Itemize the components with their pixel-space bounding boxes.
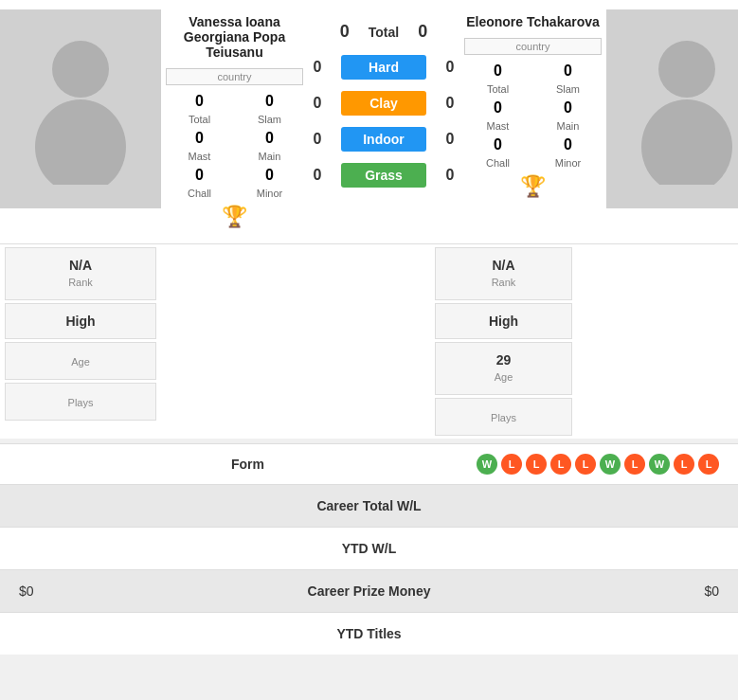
total-label: Total — [369, 25, 399, 40]
career-prize-label: Career Prize Money — [161, 583, 577, 599]
player1-rank-label: Rank — [68, 277, 93, 288]
player2-total-cell: 0 Total — [464, 63, 531, 97]
player2-rank-value: N/A — [441, 258, 567, 273]
player2-mast-cell: 0 Mast — [464, 99, 531, 134]
form-loss-badge: L — [501, 454, 522, 475]
detail-row: N/A Rank High Age Plays N/A Rank — [0, 243, 738, 439]
player1-photo — [0, 9, 161, 208]
player2-rank-label: Rank — [492, 277, 516, 288]
form-loss-badge: L — [575, 454, 596, 475]
player1-detail-boxes: N/A Rank High Age Plays — [0, 244, 161, 439]
career-prize-right: $0 — [577, 583, 719, 599]
middle-detail-spacer — [161, 244, 430, 439]
player1-rank-box: N/A Rank — [5, 247, 156, 300]
player2-trophy-icon: 🏆 — [464, 174, 602, 199]
player2-chall-cell: 0 Chall — [464, 136, 531, 171]
player1-mast-label: Mast — [189, 151, 211, 162]
player2-slam-cell: 0 Slam — [534, 63, 602, 97]
player1-mast-cell: 0 Mast — [166, 130, 233, 164]
svg-point-2 — [658, 41, 715, 98]
player2-total-value: 0 — [464, 63, 531, 80]
svg-point-3 — [641, 99, 732, 185]
player2-minor-label: Minor — [555, 157, 582, 169]
player2-info: Eleonore Tchakarova country 0 Total 0 Sl… — [459, 9, 606, 234]
form-row: Form WLLLLWLWLL — [0, 443, 738, 484]
form-loss-badge: L — [698, 454, 719, 475]
player1-total-cell: 0 Total — [166, 93, 233, 127]
player2-plays-label: Plays — [491, 412, 516, 423]
indoor-score-left: 0 — [308, 131, 327, 148]
hard-badge: Hard — [341, 55, 426, 80]
hard-score-left: 0 — [308, 59, 327, 76]
player1-silhouette — [24, 33, 137, 185]
grass-score-left: 0 — [308, 167, 327, 184]
player2-minor-value: 0 — [534, 136, 602, 153]
player2-high-value: High — [441, 314, 567, 329]
player2-main-cell: 0 Main — [534, 99, 602, 134]
total-score-right: 0 — [418, 22, 427, 42]
player1-chall-value: 0 — [166, 167, 233, 184]
player1-age-label: Age — [71, 356, 90, 368]
player2-mast-value: 0 — [464, 99, 531, 117]
form-win-badge: W — [600, 454, 621, 475]
player2-silhouette — [630, 33, 738, 185]
player1-slam-value: 0 — [236, 93, 303, 110]
ytd-wl-label: YTD W/L — [19, 541, 719, 556]
player1-country: country — [166, 68, 303, 85]
hard-score-right: 0 — [441, 59, 459, 76]
player1-high-value: High — [10, 314, 151, 329]
player2-rank-box: N/A Rank — [435, 247, 572, 300]
player1-name: Vanessa Ioana Georgiana Popa Teiusanu — [166, 14, 303, 60]
grass-score-right: 0 — [441, 167, 459, 184]
ytd-titles-row: YTD Titles — [0, 612, 738, 655]
clay-score-right: 0 — [441, 95, 459, 112]
player2-slam-value: 0 — [534, 63, 602, 80]
player1-mast-value: 0 — [166, 130, 233, 147]
career-prize-left: $0 — [19, 583, 161, 599]
player2-mast-label: Mast — [487, 120, 510, 132]
form-loss-badge: L — [624, 454, 645, 475]
player1-chall-label: Chall — [188, 188, 211, 199]
hard-row: 0 Hard 0 — [308, 49, 459, 85]
ytd-titles-label: YTD Titles — [19, 626, 719, 641]
middle-stats: 0 Total 0 0 Hard 0 0 Clay 0 0 Indoor 0 — [308, 9, 459, 234]
main-container: Vanessa Ioana Georgiana Popa Teiusanu co… — [0, 0, 738, 655]
player2-plays-box: Plays — [435, 398, 572, 436]
player1-stats-grid: 0 Total 0 Slam 0 Mast 0 Main 0 Chall — [166, 93, 303, 201]
player1-main-cell: 0 Main — [236, 130, 303, 164]
player1-minor-cell: 0 Minor — [236, 167, 303, 201]
player2-age-label: Age — [495, 371, 513, 383]
player2-high-box: High — [435, 303, 572, 339]
ytd-wl-row: YTD W/L — [0, 527, 738, 569]
player1-plays-box: Plays — [5, 383, 156, 421]
player1-main-value: 0 — [236, 130, 303, 147]
player2-age-box: 29 Age — [435, 342, 572, 395]
player2-slam-label: Slam — [556, 83, 580, 95]
player2-chall-value: 0 — [464, 136, 531, 153]
player2-main-label: Main — [557, 120, 580, 132]
player1-info: Vanessa Ioana Georgiana Popa Teiusanu co… — [161, 9, 308, 234]
career-total-row: Career Total W/L — [0, 484, 738, 527]
player2-age-value: 29 — [441, 352, 567, 368]
player2-minor-cell: 0 Minor — [534, 136, 602, 171]
svg-point-1 — [35, 99, 126, 185]
form-badges: WLLLLWLWLL — [477, 454, 719, 475]
player2-stats-grid: 0 Total 0 Slam 0 Mast 0 Main 0 Chall — [464, 63, 602, 171]
player1-total-label: Total — [189, 114, 210, 125]
player1-main-label: Main — [259, 151, 281, 162]
clay-badge: Clay — [341, 91, 426, 116]
player1-slam-label: Slam — [258, 114, 281, 125]
player2-total-label: Total — [487, 83, 509, 95]
grass-row: 0 Grass 0 — [308, 157, 459, 193]
player1-age-box: Age — [5, 342, 156, 380]
player1-trophy-icon: 🏆 — [166, 205, 303, 229]
player1-plays-label: Plays — [68, 397, 94, 408]
svg-point-0 — [52, 41, 109, 98]
player1-minor-value: 0 — [236, 167, 303, 184]
player1-rank-value: N/A — [10, 258, 151, 273]
form-win-badge: W — [477, 454, 497, 475]
player1-total-value: 0 — [166, 93, 233, 110]
grass-badge: Grass — [341, 163, 426, 188]
comparison-block: Vanessa Ioana Georgiana Popa Teiusanu co… — [0, 0, 738, 243]
indoor-score-right: 0 — [441, 131, 459, 148]
